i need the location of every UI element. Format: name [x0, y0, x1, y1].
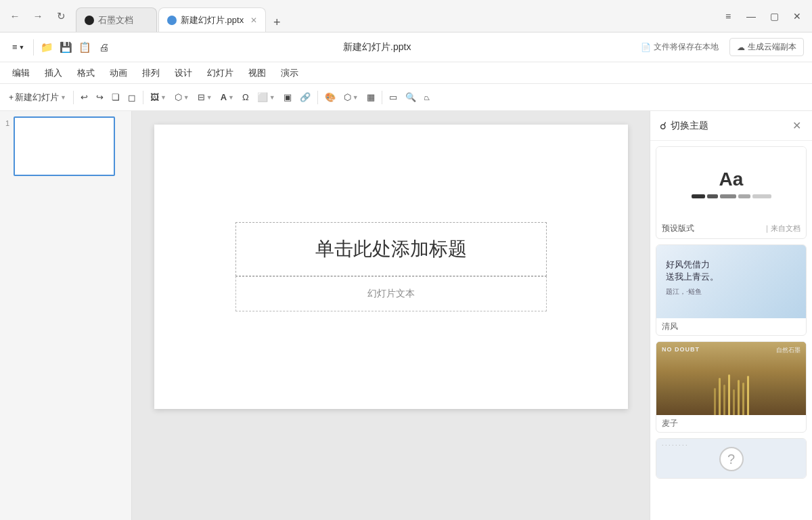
tab-bar: 石墨文档 新建幻灯片.pptx ✕ + [76, 0, 713, 32]
theme-maizi-preview: NO DOUBT 自然石墨 [656, 342, 806, 415]
question-mark-icon: ? [719, 447, 744, 471]
browser-nav: ← → ↻ [5, 7, 70, 26]
screen-button[interactable]: ▭ [386, 90, 401, 104]
stalk-7 [742, 383, 744, 415]
save-button[interactable]: 💾 [57, 38, 76, 57]
theme-maizi-label: 麦子 [656, 415, 806, 432]
tab-pptx[interactable]: 新建幻灯片.pptx ✕ [158, 7, 266, 32]
toolbar-sep-1 [73, 91, 74, 104]
question-top-text: · · · · · · · · [662, 441, 687, 448]
zoom-button[interactable]: 🔍 [402, 90, 420, 104]
clear-format-button[interactable]: ◻ [125, 90, 139, 105]
file-title: 新建幻灯片.pptx [114, 41, 641, 53]
stalk-8 [747, 376, 749, 415]
theme-item-default[interactable]: Aa 预设版式 ｜来自文档 [656, 146, 807, 239]
maizi-stalks [656, 374, 806, 415]
theme-question-preview: · · · · · · · · ? [656, 439, 806, 479]
theme-panel-title-text: 切换主题 [671, 120, 708, 132]
redo-button[interactable]: ↪ [93, 90, 107, 104]
insert-textbox-button[interactable]: ▣ [280, 90, 295, 104]
shape-dropdown-arrow: ▼ [183, 94, 189, 101]
image-icon: 🖼 [150, 92, 159, 102]
menu-format[interactable]: 格式 [70, 64, 102, 82]
menu-slide[interactable]: 幻灯片 [200, 64, 240, 82]
insert-table-button[interactable]: ⊟▼ [194, 90, 216, 104]
slide-title-text: 单击此处添加标题 [315, 238, 467, 259]
editor-area[interactable]: 单击此处添加标题 幻灯片文本 [132, 111, 650, 520]
stalk-6 [738, 380, 740, 415]
pattern-icon: ▦ [367, 92, 375, 102]
qingfeng-line1: 好风凭借力 [666, 259, 719, 271]
open-file-button[interactable]: 📁 [38, 38, 57, 57]
insert-frame-button[interactable]: ⬜▼ [254, 90, 279, 104]
insert-image-button[interactable]: 🖼▼ [147, 90, 170, 104]
icon-toolbar: + 新建幻灯片 ▼ ↩ ↪ ❏ ◻ 🖼▼ ⬡▼ ⊟▼ A▼ Ω ⬜▼ ▣ 🔗 🎨… [0, 84, 812, 111]
theme-item-maizi[interactable]: NO DOUBT 自然石墨 麦子 [656, 341, 807, 433]
stalk-1 [714, 388, 716, 415]
minimize-button[interactable]: — [742, 7, 761, 26]
forward-button[interactable]: → [28, 7, 47, 26]
save-status-text: 文件将保存在本地 [654, 41, 719, 53]
insert-link-button[interactable]: 🔗 [296, 90, 314, 104]
shape2-dropdown-arrow: ▼ [353, 94, 359, 101]
shape-icon: ⬡ [175, 92, 182, 102]
bar-3 [720, 194, 736, 198]
maximize-button[interactable]: ▢ [765, 7, 784, 26]
pptx-tab-icon [167, 16, 177, 25]
insert-text-button[interactable]: A▼ [217, 90, 238, 104]
stalk-5 [733, 389, 735, 415]
new-slide-dropdown-arrow: ▼ [60, 94, 66, 101]
insert-symbol-button[interactable]: Ω [239, 90, 252, 104]
theme-item-unknown[interactable]: · · · · · · · · ? [656, 438, 807, 479]
theme-item-qingfeng[interactable]: 好风凭借力 送我上青云。 题江，·鲢鱼 清风 [656, 244, 807, 336]
new-tab-button[interactable]: + [267, 13, 286, 32]
menu-edit[interactable]: 编辑 [5, 64, 37, 82]
save-status-icon: 📄 [641, 43, 651, 52]
reload-button[interactable]: ↻ [51, 7, 70, 26]
theme-panel-close-button[interactable]: ✕ [791, 118, 803, 133]
theme-panel-title: ☌ 切换主题 [660, 120, 708, 132]
image-dropdown-arrow: ▼ [160, 94, 166, 101]
slide-canvas[interactable]: 单击此处添加标题 幻灯片文本 [154, 125, 628, 409]
slide-panel: 1 [0, 111, 132, 520]
menu-toggle-button[interactable]: ≡ ▼ [8, 39, 29, 55]
browser-menu-icon[interactable]: ≡ [719, 7, 738, 26]
shape2-button[interactable]: ⬡▼ [340, 90, 362, 104]
menu-arrange[interactable]: 排列 [135, 64, 166, 82]
slide-title-placeholder[interactable]: 单击此处添加标题 [235, 222, 547, 276]
menu-animation[interactable]: 动画 [103, 64, 134, 82]
qingfeng-line2: 送我上青云。 [666, 271, 719, 283]
pptx-tab-close[interactable]: ✕ [250, 16, 257, 25]
back-button[interactable]: ← [5, 7, 24, 26]
theme-default-preview: Aa [656, 147, 806, 220]
theme-qingfeng-preview: 好风凭借力 送我上青云。 题江，·鲢鱼 [656, 245, 806, 318]
shimo-tab-icon [85, 16, 94, 25]
bar-4 [738, 194, 750, 198]
cloud-copy-button[interactable]: ☁ 生成云端副本 [729, 38, 804, 56]
copy-button[interactable]: 📋 [76, 38, 95, 57]
toolbar-sep-2 [143, 91, 143, 104]
theme-default-label-row: 预设版式 ｜来自文档 [656, 220, 806, 238]
color-fill-button[interactable]: 🎨 [321, 90, 339, 104]
undo-button[interactable]: ↩ [77, 90, 91, 104]
slide-sub-text: 幻灯片文本 [367, 288, 415, 299]
shape2-icon: ⬡ [344, 92, 351, 102]
new-slide-button[interactable]: + 新建幻灯片 ▼ [5, 89, 70, 106]
clone-button[interactable]: ❏ [108, 90, 123, 104]
menu-view[interactable]: 视图 [242, 64, 273, 82]
undo-icon: ↩ [81, 92, 88, 102]
menu-present[interactable]: 演示 [274, 64, 305, 82]
menu-design[interactable]: 设计 [168, 64, 199, 82]
slide-text-placeholder[interactable]: 幻灯片文本 [235, 276, 547, 311]
fullscreen-button[interactable]: ⏢ [421, 90, 433, 104]
tab-shimo[interactable]: 石墨文档 [76, 7, 157, 32]
insert-shape-button[interactable]: ⬡▼ [171, 90, 193, 104]
browser-window-controls: ≡ — ▢ ✕ [719, 7, 807, 26]
bar-1 [692, 194, 705, 198]
print-button[interactable]: 🖨 [95, 38, 114, 57]
menu-insert[interactable]: 插入 [38, 64, 69, 82]
close-browser-button[interactable]: ✕ [788, 7, 807, 26]
screen-icon: ▭ [389, 92, 397, 102]
pattern-button[interactable]: ▦ [363, 90, 378, 104]
slide-thumbnail[interactable] [14, 116, 115, 176]
